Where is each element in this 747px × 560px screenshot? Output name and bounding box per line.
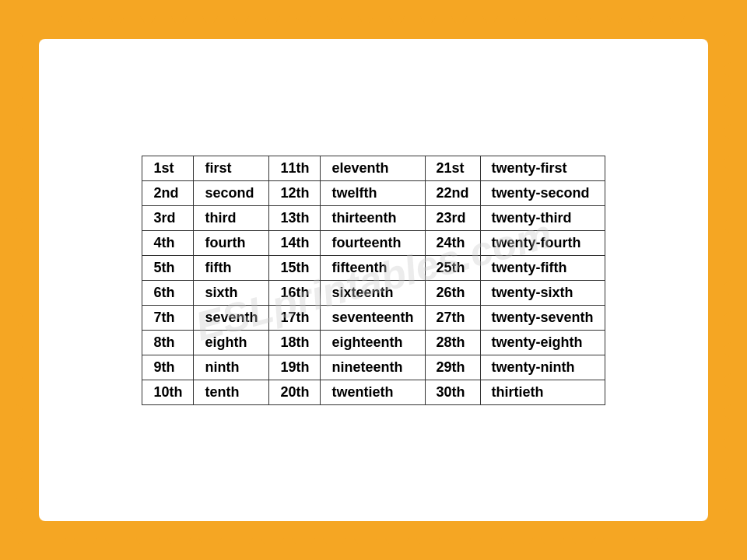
table-cell: twenty-sixth — [480, 280, 605, 305]
table-cell: 6th — [142, 280, 194, 305]
table-cell: 22nd — [425, 180, 480, 205]
table-cell: eighth — [194, 330, 269, 355]
table-cell: 26th — [425, 280, 480, 305]
table-cell: twenty-fifth — [480, 255, 605, 280]
table-cell: third — [194, 205, 269, 230]
table-cell: 28th — [425, 330, 480, 355]
table-cell: twenty-third — [480, 205, 605, 230]
table-cell: 17th — [269, 305, 321, 330]
table-cell: 25th — [425, 255, 480, 280]
table-cell: 9th — [142, 355, 194, 380]
table-cell: fourth — [194, 230, 269, 255]
table-cell: 14th — [269, 230, 321, 255]
table-cell: 15th — [269, 255, 321, 280]
table-cell: 19th — [269, 355, 321, 380]
table-cell: thirteenth — [321, 205, 425, 230]
table-row: 10thtenth20thtwentieth30ththirtieth — [142, 380, 605, 404]
table-cell: sixth — [194, 280, 269, 305]
table-cell: twenty-seventh — [480, 305, 605, 330]
table-row: 1stfirst11theleventh21sttwenty-first — [142, 156, 605, 180]
table-cell: seventeenth — [321, 305, 425, 330]
table-row: 5thfifth15thfifteenth25thtwenty-fifth — [142, 255, 605, 280]
table-cell: twenty-first — [480, 156, 605, 180]
table-cell: 1st — [142, 156, 194, 180]
table-row: 7thseventh17thseventeenth27thtwenty-seve… — [142, 305, 605, 330]
table-cell: 18th — [269, 330, 321, 355]
table-cell: first — [194, 156, 269, 180]
table-cell: fifth — [194, 255, 269, 280]
table-cell: sixteenth — [321, 280, 425, 305]
table-cell: 4th — [142, 230, 194, 255]
table-cell: tenth — [194, 380, 269, 404]
table-cell: 13th — [269, 205, 321, 230]
table-cell: 3rd — [142, 205, 194, 230]
table-cell: ninth — [194, 355, 269, 380]
table-cell: eighteenth — [321, 330, 425, 355]
table-cell: nineteenth — [321, 355, 425, 380]
table-row: 3rdthird13ththirteenth23rdtwenty-third — [142, 205, 605, 230]
table-cell: 7th — [142, 305, 194, 330]
table-cell: twenty-fourth — [480, 230, 605, 255]
table-row: 9thninth19thnineteenth29thtwenty-ninth — [142, 355, 605, 380]
table-cell: 12th — [269, 180, 321, 205]
table-cell: 10th — [142, 380, 194, 404]
table-cell: twelfth — [321, 180, 425, 205]
table-row: 2ndsecond12thtwelfth22ndtwenty-second — [142, 180, 605, 205]
table-cell: twentieth — [321, 380, 425, 404]
table-row: 8theighth18theighteenth28thtwenty-eighth — [142, 330, 605, 355]
table-cell: thirtieth — [480, 380, 605, 404]
table-cell: 16th — [269, 280, 321, 305]
table-row: 4thfourth14thfourteenth24thtwenty-fourth — [142, 230, 605, 255]
table-cell: 8th — [142, 330, 194, 355]
ordinals-table: 1stfirst11theleventh21sttwenty-first2nds… — [142, 156, 605, 405]
table-cell: twenty-ninth — [480, 355, 605, 380]
table-cell: twenty-second — [480, 180, 605, 205]
table-cell: twenty-eighth — [480, 330, 605, 355]
table-cell: fourteenth — [321, 230, 425, 255]
content-area: ESLprintables.com 1stfirst11theleventh21… — [39, 39, 708, 521]
table-cell: 21st — [425, 156, 480, 180]
table-cell: 20th — [269, 380, 321, 404]
table-cell: 30th — [425, 380, 480, 404]
table-cell: 11th — [269, 156, 321, 180]
table-cell: 27th — [425, 305, 480, 330]
table-cell: 2nd — [142, 180, 194, 205]
table-cell: fifteenth — [321, 255, 425, 280]
table-cell: 5th — [142, 255, 194, 280]
table-row: 6thsixth16thsixteenth26thtwenty-sixth — [142, 280, 605, 305]
outer-border: ESLprintables.com 1stfirst11theleventh21… — [16, 16, 731, 544]
table-cell: seventh — [194, 305, 269, 330]
table-cell: eleventh — [321, 156, 425, 180]
table-cell: 24th — [425, 230, 480, 255]
table-cell: 23rd — [425, 205, 480, 230]
table-cell: second — [194, 180, 269, 205]
table-cell: 29th — [425, 355, 480, 380]
